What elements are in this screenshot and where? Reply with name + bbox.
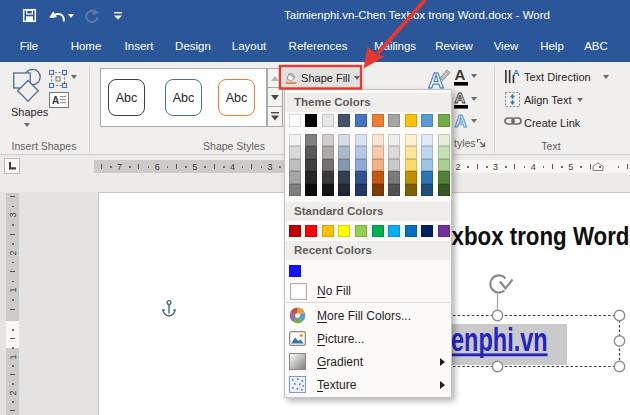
text-direction-icon[interactable]: A: [504, 68, 521, 85]
recent-color-swatch[interactable]: [289, 265, 301, 277]
tab-help[interactable]: Help: [540, 40, 564, 52]
theme-variant-swatch[interactable]: [405, 184, 417, 196]
theme-variant-swatch[interactable]: [322, 184, 334, 196]
gallery-scroll-down-button[interactable]: [267, 87, 283, 107]
text-effects-caret[interactable]: [471, 119, 477, 123]
gallery-scroll-up-button[interactable]: [267, 68, 283, 88]
theme-variant-swatch[interactable]: [372, 146, 384, 158]
theme-variant-swatch[interactable]: [338, 146, 350, 158]
create-link-label[interactable]: Create Link: [524, 117, 580, 129]
text-direction-label[interactable]: Text Direction: [524, 71, 591, 83]
theme-color-swatch[interactable]: [405, 114, 417, 127]
menu-item-more-fill-colors[interactable]: More Fill Colors...: [285, 305, 451, 326]
standard-color-swatch[interactable]: [438, 225, 450, 237]
tab-file[interactable]: File: [20, 40, 39, 52]
standard-color-swatch[interactable]: [405, 225, 417, 237]
theme-variant-swatch[interactable]: [405, 159, 417, 171]
theme-variant-swatch[interactable]: [388, 134, 400, 146]
draw-text-box-icon[interactable]: A: [49, 92, 69, 108]
theme-variant-swatch[interactable]: [421, 134, 433, 146]
theme-variant-swatch[interactable]: [305, 159, 317, 171]
theme-variant-swatch[interactable]: [372, 159, 384, 171]
save-icon[interactable]: [22, 8, 37, 23]
standard-color-swatch[interactable]: [355, 225, 367, 237]
theme-variant-swatch[interactable]: [305, 134, 317, 146]
theme-color-swatch[interactable]: [322, 114, 334, 127]
theme-variant-swatch[interactable]: [289, 171, 301, 183]
standard-color-swatch[interactable]: [289, 225, 301, 237]
align-text-label[interactable]: Align Text: [524, 94, 572, 106]
theme-variant-swatch[interactable]: [438, 134, 450, 146]
customize-quick-access-icon[interactable]: [113, 12, 123, 20]
tab-insert[interactable]: Insert: [125, 40, 154, 52]
menu-item-texture[interactable]: Texture: [285, 374, 451, 395]
tab-abc[interactable]: ABC: [584, 40, 608, 52]
theme-color-swatch[interactable]: [305, 114, 317, 127]
theme-variant-swatch[interactable]: [289, 159, 301, 171]
theme-variant-swatch[interactable]: [438, 146, 450, 158]
theme-variant-swatch[interactable]: [338, 134, 350, 146]
theme-variant-swatch[interactable]: [388, 171, 400, 183]
theme-variant-swatch[interactable]: [322, 146, 334, 158]
shape-style-thumbnail[interactable]: Abc: [108, 79, 145, 116]
theme-color-swatch[interactable]: [355, 114, 367, 127]
gallery-more-button[interactable]: [267, 106, 283, 127]
theme-variant-swatch[interactable]: [322, 171, 334, 183]
theme-variant-swatch[interactable]: [338, 171, 350, 183]
standard-color-swatch[interactable]: [338, 225, 350, 237]
theme-variant-swatch[interactable]: [355, 146, 367, 158]
theme-color-swatch[interactable]: [289, 114, 301, 127]
tab-references[interactable]: References: [289, 40, 348, 52]
theme-variant-swatch[interactable]: [372, 134, 384, 146]
theme-variant-swatch[interactable]: [438, 184, 450, 196]
tab-layout[interactable]: Layout: [232, 40, 267, 52]
standard-color-swatch[interactable]: [305, 225, 317, 237]
theme-variant-swatch[interactable]: [372, 184, 384, 196]
theme-variant-swatch[interactable]: [338, 184, 350, 196]
text-effects-icon[interactable]: A: [452, 111, 471, 131]
shape-style-thumbnail[interactable]: Abc: [165, 79, 202, 116]
menu-item-gradient[interactable]: Gradient: [285, 351, 451, 372]
wordart-text[interactable]: enphi.vn: [451, 321, 548, 359]
theme-variant-swatch[interactable]: [355, 134, 367, 146]
theme-color-swatch[interactable]: [372, 114, 384, 127]
standard-color-swatch[interactable]: [372, 225, 384, 237]
theme-variant-swatch[interactable]: [355, 184, 367, 196]
tab-stop-selector[interactable]: [4, 158, 20, 174]
theme-color-swatch[interactable]: [338, 114, 350, 127]
tab-home[interactable]: Home: [71, 40, 102, 52]
theme-variant-swatch[interactable]: [289, 184, 301, 196]
theme-variant-swatch[interactable]: [305, 146, 317, 158]
shapes-button-label[interactable]: Shapes: [11, 106, 48, 118]
theme-variant-swatch[interactable]: [355, 171, 367, 183]
theme-variant-swatch[interactable]: [388, 146, 400, 158]
theme-variant-swatch[interactable]: [388, 184, 400, 196]
text-outline-caret[interactable]: [471, 97, 477, 101]
theme-color-swatch[interactable]: [438, 114, 450, 127]
menu-item-picture[interactable]: Picture...: [285, 328, 451, 349]
theme-variant-swatch[interactable]: [405, 134, 417, 146]
theme-variant-swatch[interactable]: [421, 184, 433, 196]
redo-icon[interactable]: [83, 8, 99, 24]
shape-style-thumbnail[interactable]: Abc: [218, 79, 255, 116]
text-fill-caret[interactable]: [471, 74, 477, 78]
undo-dropdown-caret[interactable]: [68, 14, 74, 18]
theme-color-swatch[interactable]: [388, 114, 400, 127]
theme-variant-swatch[interactable]: [355, 159, 367, 171]
theme-variant-swatch[interactable]: [405, 171, 417, 183]
theme-variant-swatch[interactable]: [421, 146, 433, 158]
edit-shape-icon[interactable]: [49, 70, 69, 90]
menu-item-no-fill[interactable]: No Fill: [285, 280, 451, 301]
standard-color-swatch[interactable]: [421, 225, 433, 237]
right-indent-marker[interactable]: [592, 162, 604, 171]
tab-design[interactable]: Design: [175, 40, 211, 52]
theme-variant-swatch[interactable]: [438, 171, 450, 183]
theme-variant-swatch[interactable]: [305, 184, 317, 196]
theme-variant-swatch[interactable]: [405, 146, 417, 158]
theme-variant-swatch[interactable]: [322, 159, 334, 171]
tab-view[interactable]: View: [494, 40, 519, 52]
shape-fill-button[interactable]: Shape Fill: [282, 67, 360, 88]
undo-icon[interactable]: [49, 9, 66, 23]
tab-review[interactable]: Review: [435, 40, 473, 52]
text-outline-icon[interactable]: A: [452, 89, 471, 109]
